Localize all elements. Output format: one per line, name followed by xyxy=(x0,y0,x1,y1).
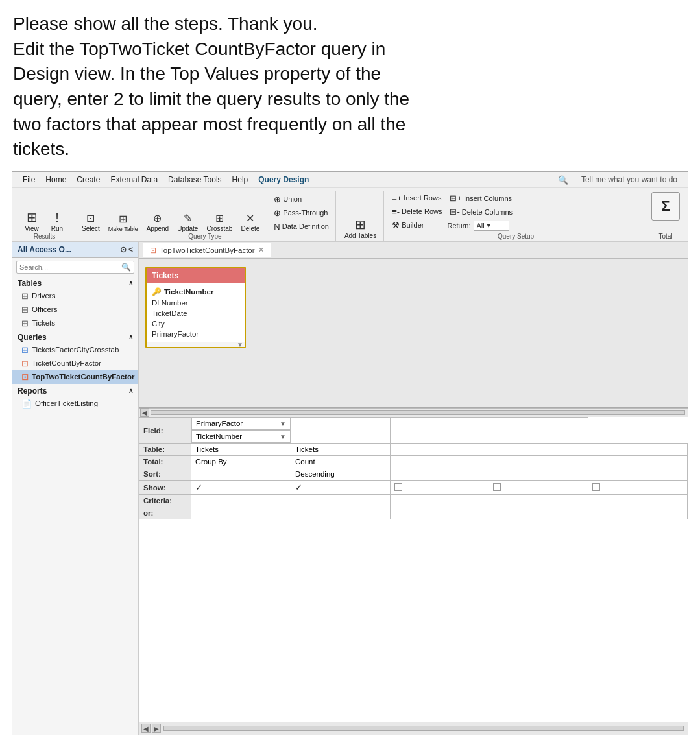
grid-total-col3[interactable] xyxy=(390,456,489,468)
nav-item-officers[interactable]: ⊞ Officers xyxy=(12,303,138,316)
union-button[interactable]: ⊕ Union xyxy=(271,193,332,206)
menu-query-design[interactable]: Query Design xyxy=(253,174,314,185)
grid-field-col3[interactable] xyxy=(291,417,390,444)
grid-total-col4[interactable] xyxy=(489,456,588,468)
grid-or-col3[interactable] xyxy=(390,507,489,519)
grid-sort-col3[interactable] xyxy=(390,468,489,481)
builder-button[interactable]: ⚒ Builder xyxy=(389,219,444,232)
pass-through-button[interactable]: ⊕ Pass-Through xyxy=(271,207,332,219)
scroll-left-btn[interactable]: ◀ xyxy=(140,408,149,417)
nav-section-reports[interactable]: Reports ∧ xyxy=(12,384,138,397)
nav-item-tickets[interactable]: ⊞ Tickets xyxy=(12,316,138,330)
grid-scroll-track[interactable] xyxy=(163,726,684,731)
grid-show-col4[interactable] xyxy=(489,481,588,495)
ribbon: File Home Create External Data Database … xyxy=(12,172,688,242)
grid-total-col5[interactable] xyxy=(588,456,688,468)
nav-section-tables[interactable]: Tables ∧ xyxy=(12,276,138,289)
grid-table-col4[interactable] xyxy=(489,444,588,456)
make-table-button[interactable]: ⊞ Make Table xyxy=(105,212,141,233)
grid-table-col5[interactable] xyxy=(588,444,688,456)
grid-table-col2[interactable]: Tickets xyxy=(291,444,390,456)
data-def-icon: N xyxy=(274,222,280,232)
return-dropdown[interactable]: All ▼ xyxy=(474,221,509,231)
update-button[interactable]: ✎ Update xyxy=(174,211,201,233)
tab-top-two-ticket[interactable]: ⊡ TopTwoTicketCountByFactor ✕ xyxy=(143,243,271,257)
delete-rows-button[interactable]: ≡- Delete Rows xyxy=(389,206,444,218)
grid-criteria-col3[interactable] xyxy=(390,495,489,507)
insert-columns-icon: ⊞+ xyxy=(450,193,462,203)
insert-rows-icon: ≡+ xyxy=(392,193,402,203)
delete-columns-button[interactable]: ⊞- Delete Columns xyxy=(447,206,515,218)
grid-label-total: Total: xyxy=(139,456,191,468)
diagram-horiz-scroll[interactable]: ◀ xyxy=(139,408,688,417)
crosstab-button[interactable]: ⊞ Crosstab xyxy=(203,211,235,233)
grid-total-col2[interactable]: Count xyxy=(291,456,390,468)
grid-sort-col2[interactable]: Descending xyxy=(291,468,390,481)
grid-total-col1[interactable]: Group By xyxy=(191,456,291,468)
grid-sort-col4[interactable] xyxy=(489,468,588,481)
nav-panel: All Access O... ⊙ < 🔍 Tables ∧ ⊞ Drivers… xyxy=(12,242,139,735)
ribbon-search-label[interactable]: Tell me what you want to do xyxy=(576,174,682,185)
view-button[interactable]: ⊞ View xyxy=(20,209,43,233)
total-button[interactable]: Σ xyxy=(651,192,680,221)
nav-item-top-two-ticket-count[interactable]: ⊡ TopTwoTicketCountByFactor xyxy=(12,370,138,384)
crosstab-query-icon: ⊞ xyxy=(21,345,29,355)
grid-or-col4[interactable] xyxy=(489,507,588,519)
insert-columns-button[interactable]: ⊞+ Insert Columns xyxy=(447,192,515,204)
results-group: ⊞ View ! Run Results xyxy=(16,191,73,241)
menu-help[interactable]: Help xyxy=(227,174,254,185)
key-icon: 🔑 xyxy=(152,287,162,296)
field-col1-dropdown-arrow: ▼ xyxy=(280,420,286,427)
scroll-track[interactable] xyxy=(151,410,685,415)
content-area: All Access O... ⊙ < 🔍 Tables ∧ ⊞ Drivers… xyxy=(12,242,688,735)
insert-rows-button[interactable]: ≡+ Insert Rows xyxy=(389,192,444,204)
grid-criteria-col5[interactable] xyxy=(588,495,688,507)
instruction-line2: Edit the TopTwoTicket CountByFactor quer… xyxy=(13,39,385,59)
grid-field-col4[interactable] xyxy=(390,417,489,444)
grid-sort-col1[interactable] xyxy=(191,468,291,481)
grid-table-col1[interactable]: Tickets xyxy=(191,444,291,456)
grid-criteria-col2[interactable] xyxy=(291,495,390,507)
show-checkbox-col5 xyxy=(592,483,600,491)
grid-scroll-right-btn[interactable]: ▶ xyxy=(152,724,161,733)
menu-file[interactable]: File xyxy=(18,174,40,185)
grid-horiz-scroll[interactable]: ◀ ▶ xyxy=(139,722,688,735)
nav-item-drivers[interactable]: ⊞ Drivers xyxy=(12,289,138,303)
grid-or-col2[interactable] xyxy=(291,507,390,519)
run-button[interactable]: ! Run xyxy=(45,209,69,233)
field-city: City xyxy=(147,318,245,329)
grid-show-col2[interactable]: ✓ xyxy=(291,481,390,495)
grid-show-col3[interactable] xyxy=(390,481,489,495)
grid-show-col1[interactable]: ✓ xyxy=(191,481,291,495)
nav-search-input[interactable] xyxy=(19,263,121,271)
menu-database-tools[interactable]: Database Tools xyxy=(163,174,227,185)
menu-home[interactable]: Home xyxy=(40,174,71,185)
nav-item-ticket-count-by-factor[interactable]: ⊡ TicketCountByFactor xyxy=(12,357,138,370)
nav-section-queries[interactable]: Queries ∧ xyxy=(12,330,138,343)
pass-through-icon: ⊕ xyxy=(274,208,281,218)
grid-field-col5[interactable] xyxy=(489,417,588,444)
delete-button[interactable]: ✕ Delete xyxy=(237,211,263,233)
ribbon-search-area: 🔍 Tell me what you want to do xyxy=(553,174,682,186)
grid-table-col3[interactable] xyxy=(390,444,489,456)
add-tables-button[interactable]: ⊞ Add Tables xyxy=(341,216,380,240)
grid-criteria-col4[interactable] xyxy=(489,495,588,507)
tab-close-button[interactable]: ✕ xyxy=(258,246,264,254)
grid-sort-col5[interactable] xyxy=(588,468,688,481)
menu-create[interactable]: Create xyxy=(71,174,105,185)
grid-scroll-left-btn[interactable]: ◀ xyxy=(141,724,151,733)
field-dl-number: DLNumber xyxy=(147,298,245,308)
data-def-button[interactable]: N Data Definition xyxy=(271,221,332,233)
grid-show-col5[interactable] xyxy=(588,481,688,495)
menu-external-data[interactable]: External Data xyxy=(105,174,163,185)
grid-label-table: Table: xyxy=(139,444,191,456)
select-button[interactable]: ⊡ Select xyxy=(78,211,103,233)
append-button[interactable]: ⊕ Append xyxy=(143,211,172,233)
grid-field-col1[interactable]: PrimaryFactor ▼ xyxy=(191,417,291,430)
nav-item-tickets-factor-city-crosstab[interactable]: ⊞ TicketsFactorCityCrosstab xyxy=(12,343,138,357)
grid-or-col5[interactable] xyxy=(588,507,688,519)
nav-item-officer-ticket-listing[interactable]: 📄 OfficerTicketListing xyxy=(12,397,138,411)
grid-or-col1[interactable] xyxy=(191,507,291,519)
grid-field-col2[interactable]: TicketNumber ▼ xyxy=(191,430,291,443)
grid-criteria-col1[interactable] xyxy=(191,495,291,507)
